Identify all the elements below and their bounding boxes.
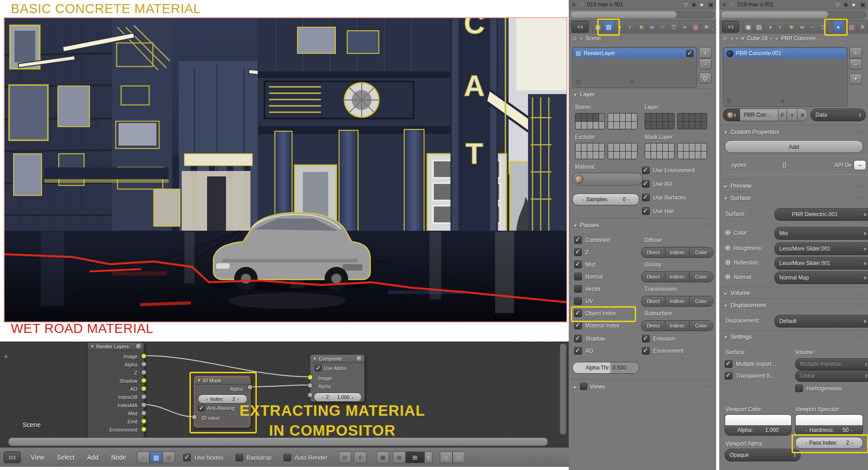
material-slot-name[interactable]: PBR Concrete.001 — [736, 50, 781, 57]
texture-nodes-tab[interactable]: ▦ — [162, 451, 175, 463]
add-layer-button[interactable]: + — [699, 47, 712, 58]
tab-object[interactable]: ■ — [786, 21, 797, 33]
normal-checkbox[interactable] — [574, 273, 582, 280]
use-ao-checkbox[interactable] — [642, 180, 650, 188]
snap-mode-dropdown[interactable]: ⊞ — [406, 451, 425, 463]
add-slot-button[interactable]: + — [849, 47, 862, 58]
use-surfaces-row[interactable]: Use Surfaces — [642, 194, 686, 201]
layer-layers-grid-b[interactable] — [677, 113, 707, 129]
resize-grip[interactable]: = — [630, 78, 634, 86]
scene-layers-grid-b[interactable] — [608, 113, 637, 129]
copy-button[interactable]: ⧉ — [440, 451, 453, 463]
stepper-left-icon[interactable]: ‹ — [322, 395, 324, 400]
tab-world[interactable]: ◐ — [775, 21, 786, 33]
homogeneous-row[interactable]: Homogeneous — [795, 385, 842, 392]
panel-drag-grip[interactable]: ∷∷ — [857, 290, 864, 296]
displacement-dropdown[interactable]: Default — [774, 315, 868, 328]
menu-add[interactable]: Add — [81, 454, 105, 461]
pin-icon[interactable]: ⊙ — [723, 36, 727, 41]
expand-plus-icon[interactable]: ⊕ — [725, 244, 731, 252]
use-environment-checkbox[interactable] — [642, 166, 650, 174]
subsurface-color-button[interactable]: Color — [689, 321, 713, 331]
snap-toggle-button[interactable]: ⊘ — [393, 451, 406, 463]
breadcrumb-scene[interactable]: Scene — [585, 35, 601, 42]
exclude-grid-b[interactable] — [608, 143, 637, 159]
collapse-arrow-icon[interactable] — [573, 222, 577, 228]
tab-render-layers[interactable]: ▤ — [754, 21, 764, 33]
use-alpha-row[interactable]: Use Alpha — [315, 365, 346, 371]
layer-enabled-checkbox[interactable] — [686, 50, 693, 57]
shader-nodes-tab[interactable]: ● — [137, 451, 150, 463]
pass-material-index-row[interactable]: Material Index — [574, 322, 619, 329]
property-name[interactable]: cycles — [731, 162, 746, 168]
editor-type-button[interactable]: ≡▴▾ — [571, 21, 589, 33]
collapse-arrow-icon[interactable] — [724, 334, 728, 340]
renderable-camera-icon[interactable]: ▣ — [860, 2, 865, 7]
collapse-arrow-icon[interactable] — [724, 129, 728, 135]
breadcrumb-object[interactable]: Cube.18 — [747, 35, 768, 42]
vertical-scrollbar[interactable] — [560, 343, 566, 435]
color-input-dropdown[interactable]: Mix — [774, 227, 868, 240]
stepper-left-icon[interactable]: ‹ — [207, 397, 208, 402]
tab-material[interactable]: ● — [679, 21, 690, 33]
composite-z-slider[interactable]: ‹ Z: 1.000 › — [314, 393, 362, 402]
glossy-color-button[interactable]: Color — [689, 272, 713, 282]
ao-checkbox[interactable] — [574, 347, 582, 355]
tab-render[interactable]: ▣ — [592, 21, 603, 33]
tab-world[interactable]: ◐ — [625, 21, 636, 33]
volume-section-header[interactable]: Volume — [724, 290, 750, 296]
link-mode-dropdown[interactable]: Data ▴▾ — [811, 109, 866, 121]
render-layer-list-item[interactable]: ▤ RenderLayer — [574, 48, 696, 58]
stepper-right-icon[interactable]: › — [628, 197, 629, 202]
collapse-arrow-icon[interactable] — [573, 91, 577, 97]
use-nodes-checkbox[interactable] — [183, 454, 191, 461]
mist-checkbox[interactable] — [574, 261, 582, 268]
tab-texture[interactable]: ▦ — [690, 21, 701, 33]
pass-z-row[interactable]: Z — [574, 248, 589, 256]
material-slot-item[interactable]: PBR Concrete.001 — [724, 48, 846, 58]
composite-image-socket[interactable] — [307, 375, 313, 380]
mask-layer-grid-b[interactable] — [677, 143, 707, 159]
environment-checkbox[interactable] — [642, 347, 650, 355]
z-checkbox[interactable] — [574, 248, 582, 256]
outliner-object-name[interactable]: 019 max o 001 — [738, 1, 774, 8]
tab-modifiers[interactable]: ⌐ — [807, 21, 818, 33]
expand-plus-icon[interactable]: ⊕ — [725, 259, 731, 266]
node-collapse-icon[interactable] — [90, 344, 94, 349]
node-collapse-icon[interactable] — [197, 378, 201, 383]
panel-drag-grip[interactable]: ∷∷ — [857, 334, 864, 340]
panel-drag-grip[interactable]: ∷∷ — [705, 92, 712, 98]
tab-object[interactable]: ■ — [636, 21, 646, 33]
tab-render[interactable]: ▣ — [743, 21, 754, 33]
surface-section-header[interactable]: Surface — [724, 195, 751, 201]
panel-drag-grip[interactable]: ∷∷ — [857, 129, 864, 135]
tab-scene[interactable]: ◑ — [764, 21, 775, 33]
roughness-input-dropdown[interactable]: Less/More Slider.001 — [774, 242, 868, 255]
snap-button[interactable]: ⊠ — [377, 451, 389, 463]
glossy-indirect-button[interactable]: Indirec — [665, 272, 689, 282]
editor-type-button[interactable]: ⊡▴▾ — [4, 451, 21, 463]
socket-ao[interactable] — [141, 386, 146, 391]
tab-data[interactable]: ▽ — [818, 21, 829, 33]
normal-input-dropdown[interactable]: Normal Map — [774, 271, 868, 284]
socket-alpha[interactable] — [141, 361, 146, 367]
pin-layer-button[interactable]: ⊙ — [699, 72, 712, 84]
stepper-right-icon[interactable]: › — [237, 397, 239, 402]
diffuse-direct-button[interactable]: Direct — [642, 247, 665, 257]
collapse-arrow-icon[interactable] — [573, 384, 577, 389]
tab-particles[interactable]: ✳ — [701, 21, 712, 33]
menu-view[interactable]: View — [24, 454, 51, 461]
uv-checkbox[interactable] — [574, 297, 582, 305]
add-property-button[interactable]: Add — [725, 140, 863, 153]
hardness-slider[interactable]: ‹ Hardness: 50 › — [795, 425, 863, 436]
viewport-alpha-dropdown[interactable]: Opaque ▴▾ — [725, 449, 801, 461]
use-environment-row[interactable]: Use Environment — [642, 166, 695, 174]
diffuse-indirect-button[interactable]: Indirec — [665, 247, 689, 257]
breadcrumb-material[interactable]: PBR Concrete... — [781, 35, 821, 42]
tab-constraints[interactable]: ∞ — [646, 21, 657, 33]
socket-shadow[interactable] — [141, 378, 146, 383]
use-ao-row[interactable]: Use AO — [642, 180, 672, 188]
tab-particles[interactable]: ✳ — [857, 21, 868, 33]
use-hair-row[interactable]: Use Hair — [642, 207, 675, 215]
slot-specials-button[interactable]: ▼ — [849, 73, 862, 85]
